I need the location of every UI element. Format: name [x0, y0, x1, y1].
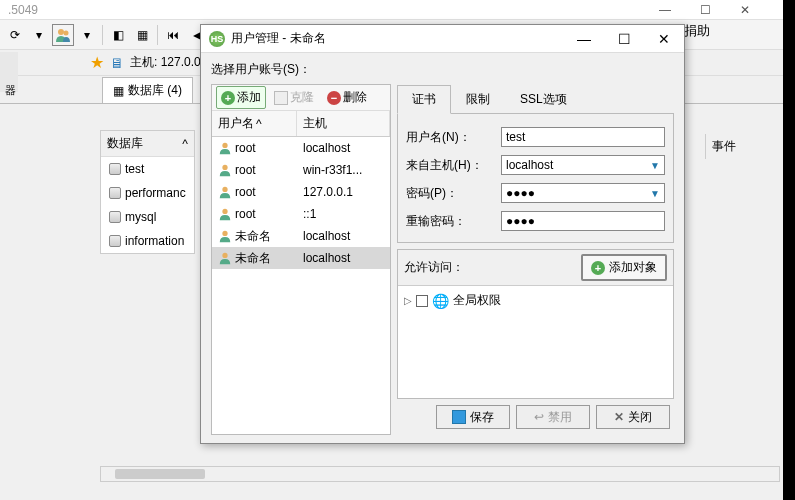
minimize-button[interactable]: —	[645, 0, 685, 20]
sidebar-item[interactable]: information	[101, 229, 194, 253]
sort-icon: ^	[182, 137, 188, 151]
dropdown-icon[interactable]: ▼	[648, 186, 662, 200]
tb-icon-2[interactable]: ▦	[131, 24, 153, 46]
dropdown-icon[interactable]: ▾	[28, 24, 50, 46]
disable-button[interactable]: ↩禁用	[516, 405, 590, 429]
username-input[interactable]: test	[501, 127, 665, 147]
repassword-input[interactable]: ●●●●	[501, 211, 665, 231]
user-icon	[218, 229, 232, 243]
dialog-titlebar[interactable]: HS 用户管理 - 未命名 — ☐ ✕	[201, 25, 684, 53]
maximize-button[interactable]: ☐	[685, 0, 725, 20]
refresh-icon[interactable]: ⟳	[4, 24, 26, 46]
host-column-header[interactable]: 主机	[297, 111, 390, 136]
clone-user-button[interactable]: 克隆	[269, 86, 319, 109]
user-row[interactable]: root::1	[212, 203, 390, 225]
separator	[157, 25, 158, 45]
db-name: test	[125, 162, 144, 176]
clone-icon	[274, 91, 288, 105]
version-text: .5049	[8, 3, 38, 17]
horizontal-scrollbar[interactable]	[100, 466, 780, 482]
db-name: information	[125, 234, 184, 248]
db-name: performanc	[125, 186, 186, 200]
password-input[interactable]: ●●●●▼	[501, 183, 665, 203]
db-name: mysql	[125, 210, 156, 224]
select-user-label: 选择用户账号(S)：	[211, 61, 674, 78]
dialog-minimize-button[interactable]: —	[564, 25, 604, 53]
checkbox[interactable]	[416, 295, 428, 307]
access-tree: ▷ 🌐 全局权限	[398, 285, 673, 398]
access-header: 允许访问： + 添加对象	[398, 250, 673, 285]
database-icon	[109, 211, 121, 223]
undo-icon: ↩	[534, 410, 544, 424]
add-user-button[interactable]: + 添加	[216, 86, 266, 109]
user-icon	[218, 207, 232, 221]
x-icon: ✕	[614, 410, 624, 424]
events-header: 事件	[712, 139, 736, 153]
tab-certificate[interactable]: 证书	[397, 85, 451, 114]
username-column-header[interactable]: 用户名^	[212, 111, 297, 136]
svg-point-3	[222, 165, 227, 170]
db-tab-icon: ▦	[113, 84, 124, 98]
user-row[interactable]: root127.0.0.1	[212, 181, 390, 203]
tab-ssl[interactable]: SSL选项	[505, 85, 582, 114]
database-tab[interactable]: ▦ 数据库 (4)	[102, 77, 193, 103]
sidebar-header[interactable]: 数据库 ^	[101, 131, 194, 157]
dropdown2-icon[interactable]: ▾	[76, 24, 98, 46]
close-dialog-button[interactable]: ✕关闭	[596, 405, 670, 429]
save-button[interactable]: 保存	[436, 405, 510, 429]
form-block: 用户名(N)： test 来自主机(H)： localhost▼ 密码(P)： …	[397, 114, 674, 243]
first-icon[interactable]: ⏮	[162, 24, 184, 46]
sidebar-item[interactable]: test	[101, 157, 194, 181]
user-icon	[218, 163, 232, 177]
sidebar-item[interactable]: mysql	[101, 205, 194, 229]
dialog-close-button[interactable]: ✕	[644, 25, 684, 53]
database-icon	[109, 235, 121, 247]
svg-point-0	[58, 29, 64, 35]
expand-icon[interactable]: ▷	[404, 295, 412, 306]
add-label: 添加	[237, 89, 261, 106]
user-list-pane: + 添加 克隆 − 删除 用户名^ 主机	[211, 84, 391, 435]
access-block: 允许访问： + 添加对象 ▷ 🌐 全局权限	[397, 249, 674, 399]
user-icon	[218, 141, 232, 155]
user-row[interactable]: 未命名localhost	[212, 247, 390, 269]
user-row[interactable]: rootlocalhost	[212, 137, 390, 159]
user-icon	[218, 185, 232, 199]
users-icon[interactable]	[52, 24, 74, 46]
user-icon	[218, 251, 232, 265]
dropdown-icon[interactable]: ▼	[648, 158, 662, 172]
close-button[interactable]: ✕	[725, 0, 765, 20]
separator	[102, 25, 103, 45]
database-icon	[109, 163, 121, 175]
svg-point-4	[222, 187, 227, 192]
window-controls: — ☐ ✕	[645, 0, 765, 20]
sidebar-item[interactable]: performanc	[101, 181, 194, 205]
delete-user-button[interactable]: − 删除	[322, 86, 372, 109]
tab-limit[interactable]: 限制	[451, 85, 505, 114]
user-management-dialog: HS 用户管理 - 未命名 — ☐ ✕ 选择用户账号(S)： + 添加 克隆	[200, 24, 685, 444]
global-privilege-label: 全局权限	[453, 292, 501, 309]
svg-point-6	[222, 231, 227, 236]
scrollbar-thumb[interactable]	[115, 469, 205, 479]
tree-row-global[interactable]: ▷ 🌐 全局权限	[404, 292, 667, 309]
db-tab-label: 数据库 (4)	[128, 82, 182, 99]
user-list-toolbar: + 添加 克隆 − 删除	[212, 85, 390, 111]
clone-label: 克隆	[290, 89, 314, 106]
dialog-body: 选择用户账号(S)： + 添加 克隆 − 删除	[201, 53, 684, 443]
host-label[interactable]: 主机: 127.0.0.	[130, 54, 204, 71]
user-row[interactable]: rootwin-r33f1...	[212, 159, 390, 181]
globe-icon: 🌐	[432, 293, 449, 309]
save-icon	[452, 410, 466, 424]
left-panel-tab[interactable]: 器	[0, 52, 18, 92]
star-icon: ★	[90, 53, 104, 72]
add-object-label: 添加对象	[609, 259, 657, 276]
fromhost-label: 来自主机(H)：	[406, 157, 501, 174]
tb-icon-1[interactable]: ◧	[107, 24, 129, 46]
plus-icon: +	[221, 91, 235, 105]
password-label: 密码(P)：	[406, 185, 501, 202]
user-row[interactable]: 未命名localhost	[212, 225, 390, 247]
dialog-maximize-button[interactable]: ☐	[604, 25, 644, 53]
add-object-button[interactable]: + 添加对象	[581, 254, 667, 281]
access-label: 允许访问：	[404, 259, 464, 276]
black-edge	[783, 0, 795, 500]
fromhost-input[interactable]: localhost▼	[501, 155, 665, 175]
